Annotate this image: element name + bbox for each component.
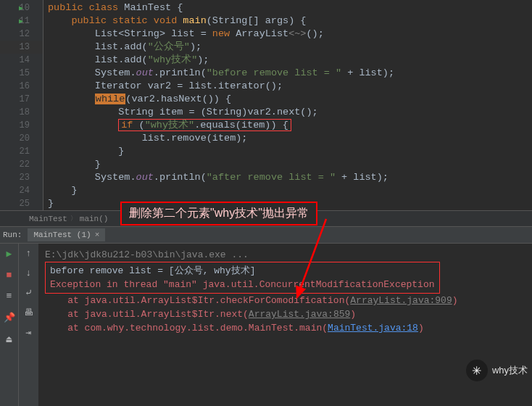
stop-icon[interactable]: ■ xyxy=(7,270,12,281)
line-number: 14 xyxy=(20,55,30,65)
pin-icon[interactable]: 📌 xyxy=(4,312,15,323)
line-number: 17 xyxy=(20,94,30,104)
line-number: 20 xyxy=(20,133,30,144)
wechat-icon: ✳ xyxy=(466,360,488,381)
run-tab[interactable]: MainTest (1) × xyxy=(28,228,105,241)
rerun-icon[interactable]: ▶ xyxy=(7,248,12,260)
up-icon[interactable]: ↑ xyxy=(26,248,32,259)
line-number: 15 xyxy=(20,68,30,78)
console-panel: ▶ ■ ≡ 📌 ⏏ ↑ ↓ ⤶ 🖶 ⇥ E:\jdk\jdk8u212-b03\… xyxy=(0,244,532,406)
down-icon[interactable]: ↓ xyxy=(26,268,32,278)
chevron-right-icon: 〉 xyxy=(70,214,77,223)
watermark-text: why技术 xyxy=(492,364,528,377)
line-number: 21 xyxy=(20,146,30,157)
line-number: 23 xyxy=(20,173,30,183)
console-tool-column: ↑ ↓ ⤶ 🖶 ⇥ xyxy=(19,244,39,406)
line-number: 12 xyxy=(20,29,30,39)
line-number: 18 xyxy=(20,107,30,117)
annotation-callout: 删除第二个元素"why技术"抛出异常 xyxy=(120,202,317,225)
run-gutter-icon[interactable]: ▶ xyxy=(19,17,23,25)
line-number: 16 xyxy=(20,81,30,91)
run-tab-label: MainTest (1) xyxy=(33,231,91,239)
console-output[interactable]: E:\jdk\jdk8u212-b03\bin\java.exe ... bef… xyxy=(39,244,532,406)
line-number: 22 xyxy=(20,160,30,170)
run-label: Run: xyxy=(3,231,22,239)
run-tool-column: ▶ ■ ≡ 📌 ⏏ xyxy=(0,244,19,406)
line-number: 25 xyxy=(20,199,30,209)
line-number: 19 xyxy=(20,120,30,130)
stacktrace-link[interactable]: ArrayList.java:909 xyxy=(350,295,452,306)
stacktrace-link[interactable]: ArrayList.java:859 xyxy=(249,309,350,320)
stacktrace-link[interactable]: MainTest.java:18 xyxy=(328,323,418,334)
breadcrumb-item[interactable]: main() xyxy=(80,215,109,223)
exit-icon[interactable]: ⏏ xyxy=(7,334,12,345)
run-toolbar: Run: MainTest (1) × xyxy=(0,226,532,244)
layout-icon[interactable]: ≡ xyxy=(7,291,12,302)
watermark: ✳ why技术 xyxy=(466,360,528,381)
line-number: 13 xyxy=(20,42,30,52)
line-number: 24 xyxy=(20,186,30,196)
line-gutter: ▶10 ▶11 12 13 14 15 16 17 18 19 20 21 22… xyxy=(0,0,43,210)
code-editor: ▶10 ▶11 12 13 14 15 16 17 18 19 20 21 22… xyxy=(0,0,532,210)
close-icon[interactable]: × xyxy=(95,231,100,239)
scroll-icon[interactable]: ⇥ xyxy=(26,327,32,339)
breadcrumb-item[interactable]: MainTest xyxy=(29,215,67,223)
wrap-icon[interactable]: ⤶ xyxy=(25,287,33,299)
print-icon[interactable]: 🖶 xyxy=(24,307,33,318)
run-gutter-icon[interactable]: ▶ xyxy=(19,4,23,12)
code-text[interactable]: public class MainTest { public static vo… xyxy=(43,0,532,210)
